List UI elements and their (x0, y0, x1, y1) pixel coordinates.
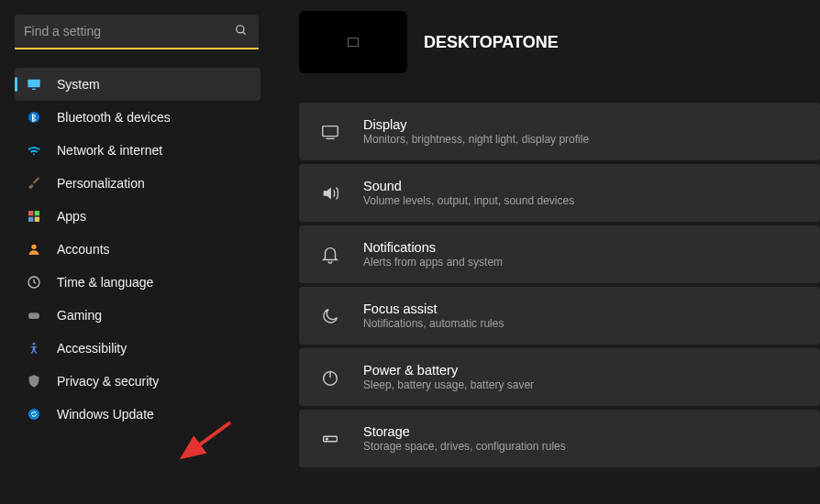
power-icon (319, 367, 341, 388)
settings-card-focus-assist[interactable]: Focus assistNotifications, automatic rul… (299, 287, 820, 345)
card-description: Volume levels, output, input, sound devi… (363, 194, 574, 207)
display-icon (319, 122, 341, 142)
svg-rect-14 (323, 126, 338, 136)
card-description: Monitors, brightness, night light, displ… (363, 133, 589, 146)
sidebar-item-privacy-security[interactable]: Privacy & security (15, 365, 260, 398)
sidebar-item-label: Apps (57, 209, 86, 224)
sidebar-item-label: Personalization (57, 176, 145, 191)
settings-card-power-battery[interactable]: Power & batterySleep, battery usage, bat… (299, 348, 820, 406)
sound-icon (319, 183, 341, 203)
sidebar-item-accounts[interactable]: Accounts (15, 233, 260, 266)
card-title: Storage (363, 424, 566, 439)
card-description: Alerts from apps and system (363, 256, 503, 268)
sidebar-item-label: Accounts (57, 242, 110, 257)
svg-point-9 (31, 245, 36, 249)
update-icon (26, 406, 42, 422)
storage-icon (319, 429, 341, 449)
clock-globe-icon (26, 274, 42, 290)
sidebar-item-apps[interactable]: Apps (15, 200, 260, 233)
svg-rect-2 (28, 80, 39, 88)
svg-rect-11 (28, 312, 39, 319)
sidebar-item-network-internet[interactable]: Network & internet (15, 134, 260, 167)
system-header: DESKTOPATONE (275, 11, 820, 73)
accessibility-icon (26, 340, 42, 356)
sidebar-item-windows-update[interactable]: Windows Update (15, 398, 260, 431)
device-thumbnail (299, 11, 407, 73)
brush-icon (26, 175, 42, 192)
sidebar-item-label: Accessibility (57, 341, 127, 356)
settings-card-notifications[interactable]: NotificationsAlerts from apps and system (299, 225, 820, 283)
bell-icon (319, 245, 341, 265)
settings-card-display[interactable]: DisplayMonitors, brightness, night light… (299, 103, 820, 160)
svg-rect-7 (28, 217, 33, 222)
shield-icon (26, 373, 42, 389)
person-icon (26, 241, 42, 257)
sidebar-item-accessibility[interactable]: Accessibility (15, 332, 260, 365)
sidebar-item-label: Privacy & security (57, 374, 159, 389)
card-title: Display (363, 117, 589, 132)
sidebar-item-label: Network & internet (57, 143, 162, 158)
sidebar-item-personalization[interactable]: Personalization (15, 167, 260, 200)
sidebar-item-label: System (57, 77, 100, 92)
moon-icon (319, 306, 341, 326)
apps-icon (26, 208, 42, 225)
svg-rect-8 (35, 217, 39, 222)
svg-point-13 (28, 409, 39, 420)
sidebar-item-label: Windows Update (57, 407, 154, 422)
monitor-icon (26, 76, 42, 93)
card-title: Focus assist (363, 301, 504, 316)
wifi-icon (26, 142, 42, 159)
sidebar-item-label: Bluetooth & devices (57, 110, 171, 125)
card-title: Notifications (363, 240, 503, 255)
svg-point-12 (33, 343, 36, 345)
sidebar-item-time-language[interactable]: Time & language (15, 266, 260, 299)
svg-point-19 (326, 438, 327, 440)
gaming-icon (26, 307, 42, 323)
search-input[interactable] (15, 15, 259, 49)
card-title: Power & battery (363, 363, 534, 378)
sidebar-item-system[interactable]: System (15, 68, 260, 101)
sidebar-item-gaming[interactable]: Gaming (15, 299, 260, 332)
card-title: Sound (363, 179, 574, 193)
card-description: Storage space, drives, configuration rul… (363, 440, 566, 453)
card-description: Sleep, battery usage, battery saver (363, 378, 534, 391)
device-name: DESKTOPATONE (424, 33, 559, 52)
svg-rect-6 (35, 211, 39, 215)
sidebar-item-label: Gaming (57, 308, 102, 323)
card-description: Notifications, automatic rules (363, 317, 504, 330)
svg-rect-5 (28, 211, 33, 215)
settings-card-storage[interactable]: StorageStorage space, drives, configurat… (299, 410, 820, 467)
sidebar-item-label: Time & language (57, 275, 153, 290)
sidebar-item-bluetooth-devices[interactable]: Bluetooth & devices (15, 101, 260, 134)
search-container (15, 15, 259, 49)
svg-rect-3 (32, 89, 36, 90)
bluetooth-icon (26, 109, 42, 126)
settings-card-sound[interactable]: SoundVolume levels, output, input, sound… (299, 164, 820, 222)
